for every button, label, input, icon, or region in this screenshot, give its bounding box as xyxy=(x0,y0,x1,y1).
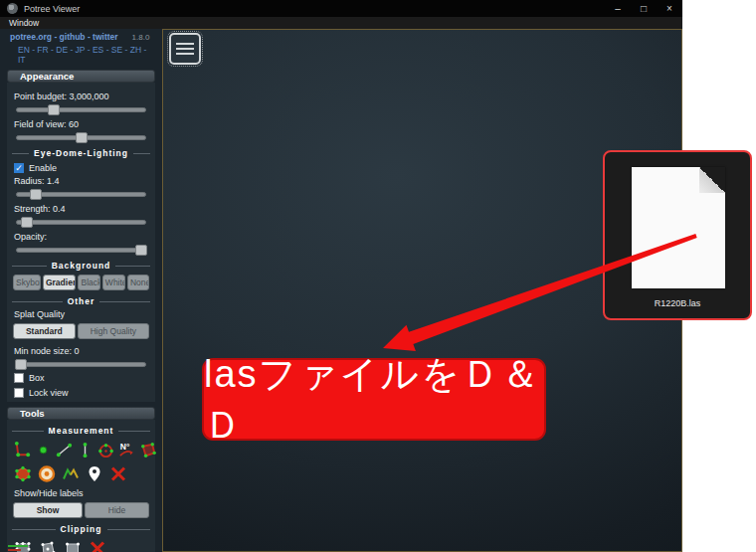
min-node-size-label: Min node size: 0 xyxy=(14,346,150,356)
hide-labels-button[interactable]: Hide xyxy=(85,502,149,518)
maximize-button[interactable]: □ xyxy=(631,0,657,17)
menu-item-window[interactable]: Window xyxy=(9,18,39,28)
accordion-tools[interactable]: Tools xyxy=(7,407,155,420)
edl-enable-label: Enable xyxy=(29,163,57,173)
app-logo-icon xyxy=(7,3,18,14)
edl-strength-slider[interactable] xyxy=(16,220,146,225)
file-name-label: R1220B.las xyxy=(605,298,750,308)
point-budget-slider[interactable] xyxy=(16,107,146,112)
edl-title: Eye-Dome-Lighting xyxy=(29,148,133,158)
box-checkbox[interactable] xyxy=(14,373,24,383)
background-white-button[interactable]: White xyxy=(102,275,125,290)
field-of-view-label: Field of view: 60 xyxy=(14,119,150,129)
slider-handle[interactable] xyxy=(135,245,147,256)
background-none-button[interactable]: None xyxy=(127,275,149,290)
height-icon[interactable] xyxy=(76,440,94,460)
clipped-bottom-icon xyxy=(8,545,28,551)
slider-handle[interactable] xyxy=(21,217,33,228)
sidebar-toggle-button[interactable] xyxy=(169,33,201,65)
other-title: Other xyxy=(63,296,100,306)
azimuth-icon[interactable]: N° xyxy=(117,440,136,460)
edl-enable-checkbox[interactable]: ✓ xyxy=(14,163,24,173)
polygon-clip-icon[interactable] xyxy=(38,538,58,552)
drag-drop-instruction-banner: lasファイルをＤ＆Ｄ xyxy=(202,358,546,441)
slider-handle[interactable] xyxy=(76,132,88,143)
svg-text:N°: N° xyxy=(120,441,130,451)
circle-icon[interactable] xyxy=(96,440,115,460)
slider-handle[interactable] xyxy=(48,104,60,115)
background-title: Background xyxy=(47,261,116,271)
measurement-title: Measurement xyxy=(44,426,119,436)
slider-handle[interactable] xyxy=(30,189,42,200)
edl-strength-label: Strength: 0.4 xyxy=(14,204,150,214)
close-button[interactable]: × xyxy=(657,0,682,17)
background-skybox-button[interactable]: Skybox xyxy=(13,275,41,290)
banner-text: lasファイルをＤ＆Ｄ xyxy=(204,349,544,451)
other-divider: Other xyxy=(12,296,150,306)
version-label: 1.8.0 xyxy=(132,33,150,42)
point-budget-label: Point budget: 3,000,000 xyxy=(14,92,150,101)
remove-clips-icon[interactable] xyxy=(88,538,107,552)
area-icon[interactable] xyxy=(138,440,157,460)
show-labels-button[interactable]: Show xyxy=(13,502,83,518)
show-hide-labels-label: Show/Hide labels xyxy=(14,488,150,498)
clipping-title: Clipping xyxy=(56,524,107,534)
annotation-icon[interactable] xyxy=(85,463,104,483)
splat-quality-label: Splat Quality xyxy=(14,309,150,319)
desktop-area: { "window": { "title": "Potree Viewer", … xyxy=(0,0,756,552)
appearance-panel: Point budget: 3,000,000 Field of view: 6… xyxy=(7,83,155,402)
accordion-appearance[interactable]: Appearance xyxy=(7,70,155,83)
file-drag-source-panel: R1220B.las xyxy=(603,150,752,320)
tools-panel: Measurement N° xyxy=(7,420,155,552)
distance-icon[interactable] xyxy=(55,440,74,460)
menu-bar: Window xyxy=(0,17,682,29)
background-black-button[interactable]: Black xyxy=(78,275,99,290)
site-links[interactable]: potree.org - github - twitter xyxy=(10,32,118,42)
language-links[interactable]: EN - FR - DE - JP - ES - SE - ZH - IT xyxy=(18,45,154,65)
measurement-divider: Measurement xyxy=(12,426,150,436)
title-bar: Potree Viewer – □ × xyxy=(0,0,682,17)
sidebar: potree.org - github - twitter 1.8.0 EN -… xyxy=(0,29,162,552)
minimize-button[interactable]: – xyxy=(605,0,631,17)
profile-icon[interactable] xyxy=(61,463,81,483)
hamburger-icon xyxy=(176,43,194,45)
edl-opacity-label: Opacity: xyxy=(14,232,150,242)
background-gradient-button[interactable]: Gradient xyxy=(43,275,77,290)
las-file-icon[interactable] xyxy=(632,167,725,288)
splat-high-quality-button[interactable]: High Quality xyxy=(78,323,149,339)
field-of-view-slider[interactable] xyxy=(16,135,146,140)
angle-icon[interactable] xyxy=(13,440,32,460)
splat-standard-button[interactable]: Standard xyxy=(13,323,76,339)
window-title: Potree Viewer xyxy=(24,4,80,14)
edl-divider: Eye-Dome-Lighting xyxy=(12,148,150,158)
lock-view-checkbox[interactable] xyxy=(14,388,24,398)
page-fold xyxy=(699,167,725,193)
edl-opacity-slider[interactable] xyxy=(16,248,146,253)
background-divider: Background xyxy=(12,261,150,271)
edl-radius-label: Radius: 1.4 xyxy=(14,176,150,186)
lock-view-label: Lock view xyxy=(29,388,69,398)
sphere-volume-icon[interactable] xyxy=(37,463,57,483)
remove-measurements-icon[interactable] xyxy=(108,463,128,483)
slider-handle[interactable] xyxy=(15,359,27,370)
potree-window: Potree Viewer – □ × Window potree.org - … xyxy=(0,0,682,552)
box-label: Box xyxy=(29,373,45,383)
min-node-size-slider[interactable] xyxy=(16,362,146,367)
clipping-divider: Clipping xyxy=(12,524,150,534)
volume-icon[interactable] xyxy=(13,463,33,483)
point-icon[interactable] xyxy=(34,440,53,460)
screen-clip-icon[interactable] xyxy=(63,538,83,552)
edl-radius-slider[interactable] xyxy=(16,192,146,197)
